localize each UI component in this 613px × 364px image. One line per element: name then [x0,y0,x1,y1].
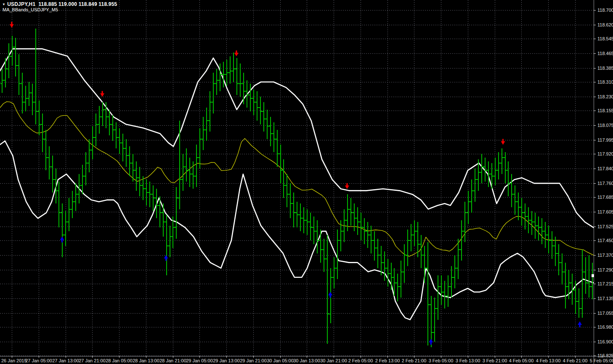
quote-ohlc-values: 118.885 119.000 118.849 118.955 [38,1,117,7]
price-axis-label: 117.215 [597,281,613,286]
time-axis-label: 29 Jan 05:00 [186,358,213,363]
price-axis-label: 117.840 [597,166,613,171]
time-axis-label: 29 Jan 13:00 [213,358,240,363]
time-axis-label: 28 Jan 05:00 [106,358,133,363]
chart-background [0,0,613,364]
price-axis-label: 118.310 [597,79,613,84]
price-axis-label: 118.155 [597,108,613,113]
time-axis-label: 28 Jan 13:00 [133,358,159,363]
time-axis-label: 2 Feb 21:00 [402,358,427,363]
price-axis-label: 117.290 [597,267,613,272]
price-axis-label: 118.545 [597,36,613,41]
price-axis-label: 116.825 [597,353,613,358]
price-axis-label: 117.525 [597,224,613,229]
symbol-period-label: USDJPY,H1 [7,1,35,7]
time-axis-label: 30 Jan 13:00 [293,358,320,363]
time-axis-label: 27 Jan 05:00 [25,358,52,363]
time-axis-label: 27 Jan 13:00 [52,358,79,363]
time-axis-label: 3 Feb 05:00 [429,358,454,363]
price-axis-label: 118.465 [597,51,613,56]
price-axis-label: 117.760 [597,181,613,186]
price-axis-label: 117.685 [597,195,613,200]
price-axis-label: 117.995 [597,137,613,142]
time-axis-label: 28 Jan 21:00 [159,358,186,363]
indicator-name-label: MA_BBands_USDJPY_M5 [3,7,58,12]
time-axis-label: 2 Feb 13:00 [375,358,400,363]
price-axis-label: 117.920 [597,151,613,156]
price-axis-label: 117.450 [597,238,613,243]
time-axis-label: 3 Feb 13:00 [456,358,480,363]
price-axis-label: 117.135 [597,296,613,301]
quote-line: ▼USDJPY,H1 118.885 119.000 118.849 118.9… [2,1,117,7]
time-axis-label: 27 Jan 21:00 [79,358,106,363]
price-axis-label: 118.075 [597,123,613,128]
time-axis-label: 2 Feb 05:00 [348,358,373,363]
price-axis-label: 118.620 [597,22,613,27]
time-axis-label: 5 Feb 05:00 [590,358,613,363]
price-axis-label: 117.605 [597,209,613,214]
symbol-dropdown-icon: ▼ [2,3,5,6]
time-axis-label: 30 Jan 05:00 [267,358,294,363]
time-axis-label: 3 Feb 21:00 [483,358,507,363]
time-axis-label: 30 Jan 21:00 [320,358,347,363]
chart-area[interactable]: 118.700118.620118.545118.465118.385118.3… [0,0,613,364]
mt4-chart-window: 118.700118.620118.545118.465118.385118.3… [0,0,613,364]
price-axis-label: 117.370 [597,253,613,258]
price-axis-label: 118.700 [597,8,613,13]
time-axis-label: 4 Feb 13:00 [536,358,561,363]
time-axis-label: 4 Feb 21:00 [563,358,588,363]
price-axis-label: 118.230 [597,94,613,99]
time-axis-label: 4 Feb 05:00 [509,358,534,363]
last-price-marker [592,274,594,277]
time-axis-label: 29 Jan 21:00 [240,358,267,363]
price-axis-label: 116.900 [597,339,613,344]
price-axis-label: 118.385 [597,66,613,71]
price-axis-label: 117.055 [597,311,613,316]
time-axis-label: 26 Jan 2015 [1,358,27,363]
price-axis-label: 116.980 [597,324,613,330]
